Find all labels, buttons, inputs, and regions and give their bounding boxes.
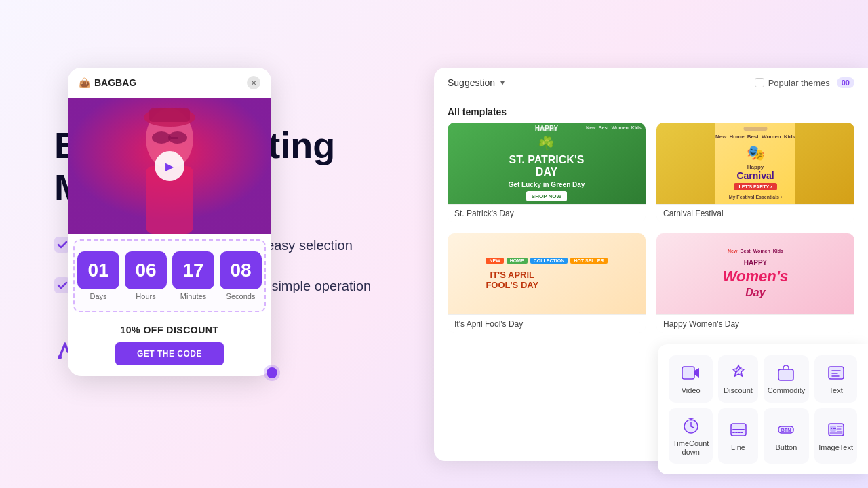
line-icon — [728, 419, 749, 441]
popular-themes-label: Popular themes — [768, 78, 830, 88]
imagetext-icon — [825, 419, 847, 441]
template-card-st-patricks[interactable]: New Best Women Kids HAPPY ☘️ ST. PATRICK… — [448, 123, 646, 222]
templates-grid: New Best Women Kids HAPPY ☘️ ST. PATRICK… — [434, 123, 868, 344]
template-img-womens-day: NewBestWomenKids HAPPY Women's Day — [656, 233, 854, 314]
popular-themes-checkbox[interactable] — [755, 78, 764, 87]
timer-seconds-value: 08 — [220, 251, 262, 289]
template-label-april-fools: It's April Fool's Day — [448, 314, 646, 333]
tool-line-label: Line — [731, 443, 745, 452]
discount-icon — [728, 362, 749, 384]
tool-button-label: Button — [776, 443, 797, 452]
suggestion-left[interactable]: Suggestion ▾ — [448, 77, 505, 88]
video-icon — [680, 362, 702, 384]
countdown-icon — [680, 415, 702, 436]
timer-hours-value: 06 — [125, 251, 167, 289]
timer-days-value: 01 — [77, 251, 119, 289]
brand-name: 👜 BAGBAG — [79, 77, 136, 88]
tool-commodity-label: Commodity — [768, 386, 806, 395]
timer-seconds-label: Seconds — [226, 292, 256, 300]
countdown-timers: 01 Days 06 Hours 17 Minutes 08 Seconds — [85, 251, 254, 300]
template-label-womens-day: Happy Women's Day — [656, 314, 854, 333]
template-card-april-fools[interactable]: NEW HOME COLLECTION HOT SELLER IT'S APRI… — [448, 233, 646, 333]
timer-days: 01 Days — [77, 251, 119, 300]
connector-dot — [267, 367, 277, 378]
tool-imagetext[interactable]: ImageText — [814, 408, 857, 464]
tool-discount[interactable]: Discount — [718, 355, 757, 402]
popular-themes[interactable]: Popular themes — [755, 78, 830, 88]
svg-rect-5 — [829, 367, 844, 379]
commodity-icon — [775, 362, 797, 384]
svg-rect-20 — [171, 137, 178, 139]
timer-days-label: Days — [90, 292, 106, 300]
svg-rect-3 — [682, 367, 694, 379]
tool-line[interactable]: Line — [718, 408, 757, 464]
templates-header: All templates — [434, 98, 868, 123]
tool-countdown[interactable]: TimeCount down — [669, 408, 713, 464]
suggestion-bar: Suggestion ▾ Popular themes 00 — [434, 68, 868, 98]
svg-point-18 — [152, 131, 171, 144]
email-hero-image: ▶ — [68, 98, 271, 234]
timer-minutes-label: Minutes — [180, 292, 207, 300]
timer-minutes-value: 17 — [172, 251, 214, 289]
template-card-womens-day[interactable]: NewBestWomenKids HAPPY Women's Day Happy… — [656, 233, 854, 333]
discount-section: 10% OFF DISCOUNT GET THE CODE — [68, 318, 271, 376]
timer-hours: 06 Hours — [125, 251, 167, 300]
tool-commodity[interactable]: Commodity — [764, 355, 810, 402]
play-button[interactable]: ▶ — [155, 151, 184, 181]
timer-minutes: 17 Minutes — [172, 251, 214, 300]
svg-text:BTN: BTN — [781, 428, 791, 432]
button-icon: BTN — [775, 419, 797, 441]
template-img-april-fools: NEW HOME COLLECTION HOT SELLER IT'S APRI… — [448, 233, 646, 314]
template-label-carnival: Carnival Festival — [656, 204, 854, 222]
count-badge: 00 — [837, 77, 854, 88]
tool-video-label: Video — [682, 386, 701, 395]
tool-imagetext-label: ImageText — [818, 443, 853, 452]
discount-text: 10% OFF DISCOUNT — [121, 325, 219, 336]
svg-rect-4 — [778, 369, 793, 380]
countdown-section: 01 Days 06 Hours 17 Minutes 08 Seconds — [73, 239, 266, 312]
template-card-carnival[interactable]: NewHomeBestWomenKids 🎭 Happy Carnival LE… — [656, 123, 854, 222]
email-preview-header: 👜 BAGBAG ✕ — [68, 68, 271, 98]
tool-countdown-label: TimeCount down — [673, 439, 709, 457]
suggestion-right: Popular themes 00 — [755, 77, 854, 88]
tool-text-label: Text — [829, 386, 843, 395]
tool-discount-label: Discount — [724, 386, 753, 395]
tools-panel: Video Discount Commodity — [658, 344, 868, 474]
chevron-down-icon: ▾ — [500, 78, 505, 87]
svg-point-2 — [58, 355, 62, 359]
timer-hours-label: Hours — [136, 292, 155, 300]
template-img-st-patricks: New Best Women Kids HAPPY ☘️ ST. PATRICK… — [448, 123, 646, 204]
tool-button[interactable]: BTN Button — [764, 408, 810, 464]
svg-rect-22 — [149, 108, 190, 122]
text-icon — [825, 362, 847, 384]
close-button[interactable]: ✕ — [247, 76, 260, 89]
hero-overlay: ▶ — [68, 98, 271, 234]
tools-grid: Video Discount Commodity — [669, 355, 857, 464]
brand-label: BAGBAG — [94, 77, 136, 88]
email-preview-card: 👜 BAGBAG ✕ — [68, 68, 271, 376]
get-code-button[interactable]: GET THE CODE — [115, 342, 224, 365]
svg-rect-13 — [830, 426, 836, 432]
tool-video[interactable]: Video — [669, 355, 713, 402]
tool-text[interactable]: Text — [814, 355, 857, 402]
suggestion-label: Suggestion — [448, 77, 495, 88]
timer-seconds: 08 Seconds — [220, 251, 262, 300]
brand-icon: 👜 — [79, 77, 90, 88]
template-img-carnival: NewHomeBestWomenKids 🎭 Happy Carnival LE… — [656, 123, 854, 204]
